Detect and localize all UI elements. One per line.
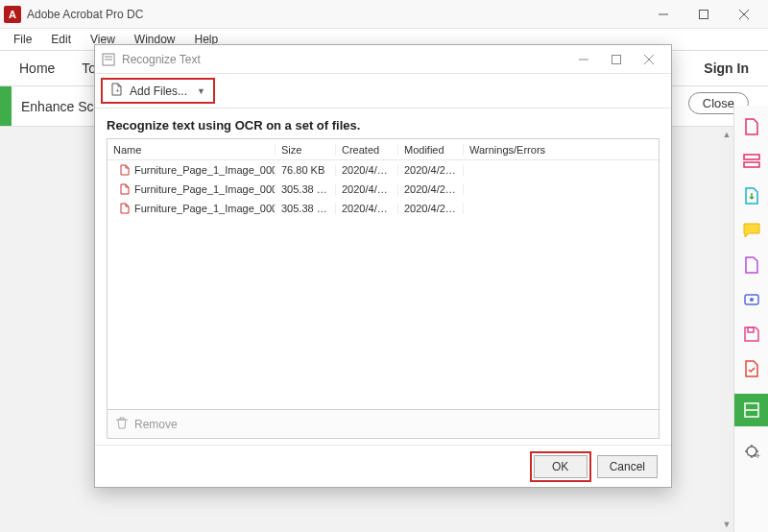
file-created: 2020/4/28 ... xyxy=(336,183,398,195)
add-file-icon: + xyxy=(110,83,124,99)
pdf-file-icon xyxy=(119,203,131,214)
list-item[interactable]: Furniture_Page_1_Image_0001_o...305.38 K… xyxy=(108,180,659,199)
fill-sign-icon[interactable] xyxy=(742,255,761,275)
file-modified: 2020/4/28 ... xyxy=(398,183,464,195)
svg-rect-1 xyxy=(700,10,708,18)
save-icon[interactable] xyxy=(742,325,761,344)
ok-button[interactable]: OK xyxy=(534,455,588,478)
dialog-close-button[interactable] xyxy=(633,47,665,72)
organize-icon[interactable] xyxy=(742,152,761,171)
optimize-icon[interactable] xyxy=(742,359,761,378)
svg-rect-8 xyxy=(748,327,754,332)
svg-text:+: + xyxy=(756,451,760,460)
file-created: 2020/4/28 ... xyxy=(336,164,398,176)
app-title: Adobe Acrobat Pro DC xyxy=(27,8,643,21)
remove-bar: Remove xyxy=(107,410,660,439)
add-files-button[interactable]: + Add Files... ▼ xyxy=(101,78,215,104)
close-app-button[interactable] xyxy=(724,1,764,28)
svg-rect-4 xyxy=(744,155,759,159)
more-tools-icon[interactable]: + xyxy=(742,442,761,461)
dialog-footer: OK Cancel xyxy=(95,445,671,487)
tab-home[interactable]: Home xyxy=(8,55,66,82)
recognize-text-icon xyxy=(101,52,116,67)
dialog-titlebar: Recognize Text xyxy=(95,45,671,74)
export-pdf-icon[interactable] xyxy=(742,186,761,206)
svg-text:+: + xyxy=(115,86,120,95)
active-tool-indicator xyxy=(0,86,12,126)
pdf-file-icon xyxy=(119,164,131,176)
dialog-maximize-button[interactable] xyxy=(600,47,633,72)
file-name: Furniture_Page_1_Image_0001_o... xyxy=(134,203,276,214)
scan-ocr-icon[interactable] xyxy=(734,394,769,426)
file-size: 305.38 KB xyxy=(276,183,336,195)
cancel-button[interactable]: Cancel xyxy=(597,455,658,478)
svg-point-7 xyxy=(750,298,754,302)
col-created[interactable]: Created xyxy=(336,144,398,156)
remove-button[interactable]: Remove xyxy=(134,418,178,431)
file-modified: 2020/4/28 ... xyxy=(398,164,464,176)
dialog-body: Recognize text using OCR on a set of fil… xyxy=(95,109,671,445)
minimize-button[interactable] xyxy=(643,1,684,28)
vertical-scrollbar[interactable]: ▲ ▼ xyxy=(720,127,733,532)
dialog-heading: Recognize text using OCR on a set of fil… xyxy=(107,118,660,133)
scroll-down-icon[interactable]: ▼ xyxy=(720,517,733,532)
maximize-button[interactable] xyxy=(684,1,724,28)
dialog-title: Recognize Text xyxy=(122,53,567,66)
pdf-file-icon xyxy=(119,183,131,195)
scroll-up-icon[interactable]: ▲ xyxy=(720,127,733,142)
list-item[interactable]: Furniture_Page_1_Image_0001.pdf76.80 KB2… xyxy=(108,160,659,180)
app-titlebar: A Adobe Acrobat Pro DC xyxy=(0,0,768,29)
file-list: Name Size Created Modified Warnings/Erro… xyxy=(107,138,660,410)
stamp-icon[interactable] xyxy=(742,290,761,309)
file-modified: 2020/4/28 ... xyxy=(398,203,464,214)
create-pdf-icon[interactable] xyxy=(742,117,761,136)
col-modified[interactable]: Modified xyxy=(398,144,464,156)
right-tool-pane: + xyxy=(733,106,768,532)
col-warnings[interactable]: Warnings/Errors xyxy=(464,144,659,156)
list-item[interactable]: Furniture_Page_1_Image_0001_o...305.38 K… xyxy=(108,199,659,218)
add-files-label: Add Files... xyxy=(130,85,187,98)
list-header: Name Size Created Modified Warnings/Erro… xyxy=(108,139,659,160)
dropdown-arrow-icon: ▼ xyxy=(197,86,205,96)
app-logo-icon: A xyxy=(4,6,21,23)
menu-edit[interactable]: Edit xyxy=(43,31,79,48)
dialog-minimize-button[interactable] xyxy=(567,47,600,72)
recognize-text-dialog: Recognize Text + Add Files... ▼ Recogniz… xyxy=(94,44,672,488)
svg-rect-17 xyxy=(612,55,621,63)
menu-file[interactable]: File xyxy=(6,31,39,48)
trash-icon xyxy=(115,416,129,432)
svg-rect-5 xyxy=(744,162,759,167)
dialog-toolbar: + Add Files... ▼ xyxy=(95,74,671,109)
window-controls xyxy=(643,1,764,28)
col-size[interactable]: Size xyxy=(276,144,336,156)
col-name[interactable]: Name xyxy=(108,144,276,156)
file-created: 2020/4/28 ... xyxy=(336,203,398,214)
comment-icon[interactable] xyxy=(742,221,761,240)
signin-button[interactable]: Sign In xyxy=(692,55,760,82)
file-name: Furniture_Page_1_Image_0001_o... xyxy=(134,183,276,195)
file-size: 76.80 KB xyxy=(276,164,336,176)
file-name: Furniture_Page_1_Image_0001.pdf xyxy=(134,164,276,176)
file-size: 305.38 KB xyxy=(276,203,336,214)
